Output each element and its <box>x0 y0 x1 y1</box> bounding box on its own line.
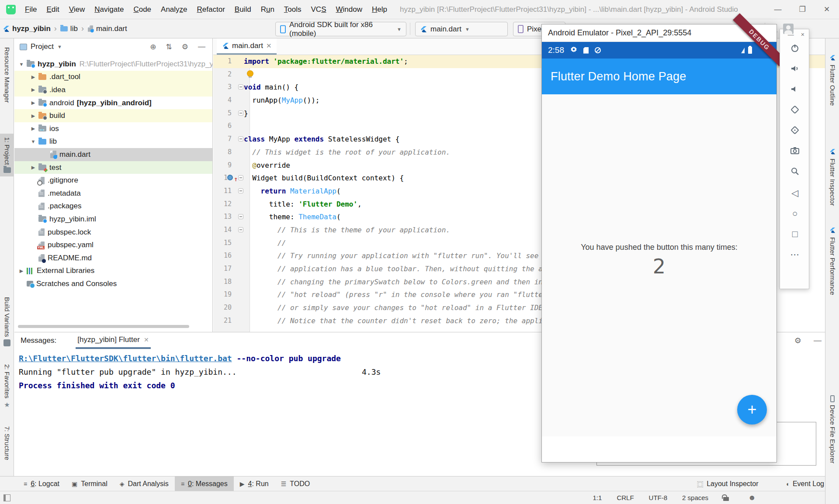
restore-button[interactable]: ❐ <box>790 0 815 19</box>
emulator-more-button[interactable]: ⋯ <box>780 244 810 265</box>
caret-position[interactable]: 1:1 <box>593 494 602 501</box>
tree-item-ios[interactable]: ▶ios <box>14 122 213 135</box>
indent-setting[interactable]: 2 spaces <box>682 494 708 501</box>
menu-run[interactable]: Run <box>256 5 279 14</box>
collapse-all-icon[interactable]: ⇅ <box>166 42 172 52</box>
menu-view[interactable]: View <box>64 5 90 14</box>
menu-tools[interactable]: Tools <box>279 5 306 14</box>
minimize-button[interactable]: — <box>766 0 790 19</box>
breadcrumb-project[interactable]: hyzp_yibin <box>12 24 51 33</box>
intention-bulb-icon[interactable] <box>247 71 253 76</box>
toolwindow-button-4-run[interactable]: ▶4: Run <box>234 476 275 491</box>
tree-item-hyzp-yibin[interactable]: ▼hyzp_yibinR:\FlutterProject\FlutterProj… <box>14 58 213 71</box>
project-panel-title[interactable]: Project <box>31 42 54 51</box>
menu-refactor[interactable]: Refactor <box>192 5 230 14</box>
fold-marker-icon[interactable] <box>238 136 243 142</box>
emulator-overview-button[interactable]: □ <box>780 224 810 244</box>
menu-help[interactable]: Help <box>367 5 392 14</box>
tree-closed-arrow-icon[interactable]: ▶ <box>28 113 38 119</box>
tree-item-metadata[interactable]: .metadata <box>14 187 213 200</box>
line-separator[interactable]: CRLF <box>617 494 634 501</box>
emulator-volume-up-button[interactable] <box>780 59 810 80</box>
toolwindow-button-todo[interactable]: ☰TODO <box>275 476 316 491</box>
tree-item-readme-md[interactable]: README.md <box>14 252 213 265</box>
tree-item-pubspec-yaml[interactable]: pubspec.yaml <box>14 238 213 252</box>
tool-stripe-flutter-inspector[interactable]: Flutter Inspector <box>825 148 839 206</box>
settings-gear-icon[interactable]: ⚙ <box>794 336 801 345</box>
tree-closed-arrow-icon[interactable]: ▶ <box>16 268 27 274</box>
tool-stripe-flutter-performance[interactable]: Flutter Performance <box>825 227 839 295</box>
tree-item-idea[interactable]: ▶.idea <box>14 83 213 97</box>
menu-build[interactable]: Build <box>230 5 256 14</box>
fold-marker-icon[interactable] <box>238 110 243 116</box>
increment-fab-button[interactable]: + <box>737 395 767 425</box>
menu-analyze[interactable]: Analyze <box>156 5 192 14</box>
menu-navigate[interactable]: Navigate <box>90 5 128 14</box>
tree-closed-arrow-icon[interactable]: ▶ <box>28 87 38 93</box>
tab-main-dart[interactable]: main.dart ✕ <box>217 38 277 55</box>
tree-item-lib[interactable]: ▼lib <box>14 135 213 148</box>
menu-edit[interactable]: Edit <box>42 5 64 14</box>
implements-arrow-icon[interactable]: ↑ <box>234 173 238 186</box>
close-button[interactable]: ✕ <box>815 0 839 19</box>
tree-item-external-libraries[interactable]: ▶External Libraries <box>14 265 213 278</box>
tree-item-hyzp-yibin-iml[interactable]: hyzp_yibin.iml <box>14 213 213 226</box>
emulator-camera-button[interactable] <box>780 142 810 162</box>
fold-marker-icon[interactable] <box>238 84 243 90</box>
tree-item-pubspec-lock[interactable]: pubspec.lock <box>14 226 213 239</box>
emulator-rotate-left-button[interactable] <box>780 100 810 121</box>
toolwindow-button-0-messages[interactable]: ≡0: Messages <box>175 476 234 491</box>
hide-panel-icon[interactable]: — <box>814 336 822 345</box>
fold-marker-icon[interactable] <box>238 188 243 193</box>
tree-open-arrow-icon[interactable]: ▼ <box>28 139 38 144</box>
locate-file-icon[interactable]: ⊕ <box>150 42 156 52</box>
console-link[interactable]: R:\Flutter\FlutterSDK\flutter\bin\flutte… <box>19 354 232 363</box>
menu-code[interactable]: Code <box>128 5 156 14</box>
tree-item-test[interactable]: ▶test <box>14 161 213 174</box>
tree-item-build[interactable]: ▶build <box>14 109 213 122</box>
tree-closed-arrow-icon[interactable]: ▶ <box>28 165 38 170</box>
avatar[interactable] <box>782 23 794 35</box>
tool-stripe-1-project[interactable]: 1: Project <box>0 134 14 176</box>
emulator-home-button[interactable]: ○ <box>780 203 810 224</box>
emulator-rotate-right-button[interactable] <box>780 121 810 142</box>
fold-marker-icon[interactable] <box>238 214 243 219</box>
toolwindow-button-event-log[interactable]: ◖Event Log <box>779 476 830 491</box>
toolwindow-button-terminal[interactable]: ▣Terminal <box>66 476 114 491</box>
file-encoding[interactable]: UTF-8 <box>649 494 668 501</box>
menu-window[interactable]: Window <box>331 5 367 14</box>
emulator-close-button[interactable]: × <box>801 31 804 38</box>
emulator-zoom-button[interactable] <box>780 162 810 183</box>
tree-item-main-dart[interactable]: main.dart <box>14 148 213 161</box>
breadcrumb-lib[interactable]: lib <box>70 24 78 33</box>
emulator-volume-down-button[interactable] <box>780 80 810 100</box>
emulator-power-button[interactable] <box>780 39 810 59</box>
read-lock-icon[interactable] <box>723 497 729 501</box>
horizontal-scrollbar[interactable] <box>18 325 189 328</box>
toolwindow-button-6-logcat[interactable]: ≡6: Logcat <box>17 476 66 491</box>
tool-stripe-device-file-explorer[interactable]: Device File Explorer <box>825 395 839 463</box>
tree-item-android[interactable]: ▶android[hyzp_yibin_android] <box>14 97 213 110</box>
emulator-back-button[interactable]: ◁ <box>780 183 810 203</box>
menu-vcs[interactable]: VCS <box>306 5 331 14</box>
tree-item-dart-tool[interactable]: ▶.dart_tool <box>14 71 213 84</box>
tool-stripe-flutter-outline[interactable]: Flutter Outline <box>825 55 839 106</box>
device-selector[interactable]: Android SDK built for x86 (mobile) ▼ <box>275 22 406 36</box>
breadcrumb-file[interactable]: main.dart <box>96 24 127 33</box>
tree-closed-arrow-icon[interactable]: ▶ <box>28 100 38 106</box>
hide-panel-icon[interactable]: — <box>198 42 205 51</box>
toolwindow-button-dart-analysis[interactable]: ◈Dart Analysis <box>114 476 175 491</box>
tree-item-packages[interactable]: .packages <box>14 200 213 213</box>
tree-open-arrow-icon[interactable]: ▼ <box>16 62 27 67</box>
tool-stripe-7-structure[interactable]: 7: Structure <box>0 423 14 464</box>
tool-window-switcher-icon[interactable] <box>3 494 10 501</box>
tool-stripe-resource-manager[interactable]: Resource Manager <box>0 44 14 107</box>
settings-gear-icon[interactable]: ⚙ <box>182 42 188 52</box>
close-tab-icon[interactable]: ✕ <box>266 42 272 50</box>
tree-closed-arrow-icon[interactable]: ▶ <box>28 74 38 80</box>
menu-file[interactable]: File <box>20 5 42 14</box>
override-marker-icon[interactable] <box>227 175 233 180</box>
tab-flutter-messages[interactable]: [hyzp_yibin] Flutter ✕ <box>76 332 150 349</box>
tree-item-gitignore[interactable]: .gitignore <box>14 174 213 187</box>
tool-stripe-2-favorites[interactable]: 2: Favorites★ <box>0 361 14 412</box>
